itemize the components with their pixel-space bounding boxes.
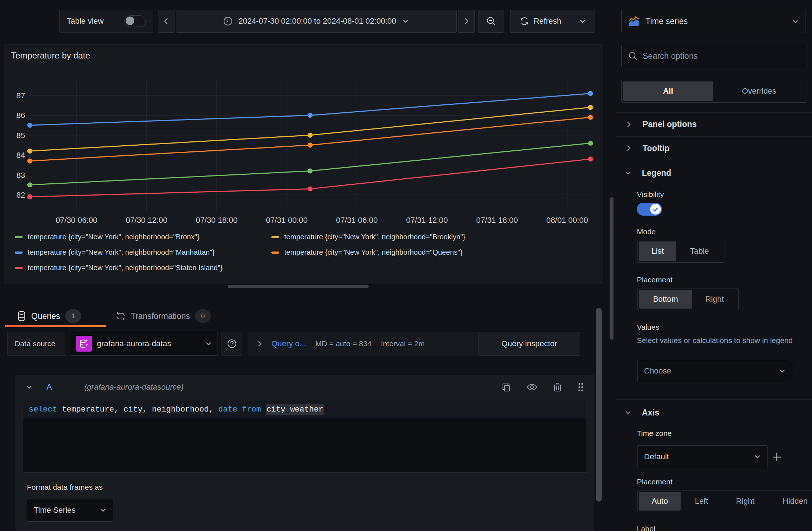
timezone-label: Time zone xyxy=(637,429,672,438)
max-data-points-text: MD = auto = 834 xyxy=(316,339,372,348)
time-range-picker[interactable]: 2024-07-30 02:00:00 to 2024-08-01 02:00:… xyxy=(176,10,457,33)
delete-query-trash-icon[interactable] xyxy=(553,382,562,392)
values-label: Values xyxy=(637,323,659,332)
table-view-toggle[interactable] xyxy=(124,15,146,27)
values-placeholder: Choose xyxy=(644,366,671,376)
svg-text:08/01 00:00: 08/01 00:00 xyxy=(546,216,588,225)
section-title: Tooltip xyxy=(643,144,669,153)
panel-title: Temperature by date xyxy=(11,51,90,61)
table-view-control: Table view xyxy=(59,10,153,33)
legend-values-select[interactable]: Choose xyxy=(637,360,792,382)
section-title: Axis xyxy=(642,408,659,418)
sql-token: city_weather xyxy=(266,404,324,415)
query-options-link[interactable]: Query o... xyxy=(271,339,306,348)
section-axis[interactable]: Axis xyxy=(607,401,812,424)
refresh-button[interactable]: Refresh xyxy=(510,10,571,33)
query-inspector-button[interactable]: Query inspector xyxy=(479,332,580,356)
collapse-chevron-icon[interactable] xyxy=(25,385,33,390)
chart-legend: temperature {city="New York", neighborho… xyxy=(15,233,465,272)
database-icon xyxy=(17,311,26,321)
axis-placement-left[interactable]: Left xyxy=(681,492,722,511)
tab-transformations[interactable]: Transformations 0 xyxy=(116,309,211,323)
legend-item[interactable]: temperature {city="New York", neighborho… xyxy=(15,233,271,241)
axis-placement-right[interactable]: Right xyxy=(722,492,768,511)
sql-query-line[interactable]: select temperature, city, neighborhood, … xyxy=(23,401,587,418)
svg-text:86: 86 xyxy=(17,111,25,120)
timezone-select[interactable]: Default xyxy=(637,445,767,468)
query-editor-card: A (grafana-aurora-datasource) xyxy=(15,375,594,480)
section-tooltip[interactable]: Tooltip xyxy=(607,136,812,160)
mode-list-option[interactable]: List xyxy=(639,241,676,261)
time-series-viz-icon xyxy=(628,16,640,27)
chevron-down-icon xyxy=(100,508,106,513)
datasource-label-chip: Data source xyxy=(7,332,65,356)
sql-token xyxy=(261,405,266,414)
legend-item[interactable]: temperature {city="New York", neighborho… xyxy=(271,233,465,241)
chevron-down-icon xyxy=(625,170,632,175)
mode-table-option[interactable]: Table xyxy=(676,241,723,261)
tab-all[interactable]: All xyxy=(623,81,713,101)
visualization-picker[interactable]: Time series xyxy=(621,10,806,33)
legend-visibility-toggle[interactable] xyxy=(637,203,662,216)
svg-text:07/31 12:00: 07/31 12:00 xyxy=(406,216,448,225)
help-icon xyxy=(227,339,237,349)
sql-code-editor[interactable]: select temperature, city, neighborhood, … xyxy=(23,401,587,473)
section-legend[interactable]: Legend xyxy=(607,161,812,184)
svg-text:87: 87 xyxy=(17,91,25,100)
hide-response-eye-icon[interactable] xyxy=(527,383,537,391)
axis-placement-group: Auto Left Right Hidden xyxy=(637,490,812,512)
drag-handle-icon[interactable] xyxy=(578,382,584,392)
series-color-swatch xyxy=(15,252,23,254)
legend-item[interactable]: temperature {city="New York", neighborho… xyxy=(15,248,271,257)
svg-text:07/30 06:00: 07/30 06:00 xyxy=(56,216,97,225)
format-select[interactable]: Time Series xyxy=(27,499,113,522)
refresh-interval-button[interactable] xyxy=(571,10,594,33)
horizontal-scrollbar[interactable] xyxy=(228,285,369,288)
time-range-forward-button[interactable] xyxy=(458,10,475,33)
search-options-input[interactable]: Search options xyxy=(621,45,807,67)
axis-placement-hidden[interactable]: Hidden xyxy=(768,492,812,511)
chevron-right-icon xyxy=(626,145,631,152)
chevron-down-icon xyxy=(205,342,212,346)
section-title: Legend xyxy=(642,168,671,178)
svg-text:07/31 18:00: 07/31 18:00 xyxy=(476,216,518,225)
chart-panel: Temperature by date 82838485868707/30 06… xyxy=(4,44,603,284)
vertical-scrollbar[interactable] xyxy=(596,308,602,502)
chevron-down-icon xyxy=(579,19,586,24)
sidebar-scrollbar[interactable] xyxy=(610,197,613,340)
chevron-right-icon xyxy=(626,121,631,128)
legend-item[interactable]: temperature {city="New York", neighborho… xyxy=(15,264,271,272)
legend-label: temperature {city="New York", neighborho… xyxy=(28,248,215,257)
svg-text:07/30 18:00: 07/30 18:00 xyxy=(196,216,238,225)
duplicate-query-icon[interactable] xyxy=(501,382,511,392)
options-filter-tabs: All Overrides xyxy=(621,80,807,103)
add-timezone-plus-icon[interactable] xyxy=(769,449,785,465)
legend-item[interactable]: temperature {city="New York", neighborho… xyxy=(271,248,465,257)
viz-type-label: Time series xyxy=(645,17,688,26)
chevron-down-icon xyxy=(625,410,632,415)
time-range-back-button[interactable] xyxy=(158,10,174,33)
values-description: Select values or calculations to show in… xyxy=(637,335,809,346)
tab-overrides[interactable]: Overrides xyxy=(713,81,805,101)
clock-icon xyxy=(223,17,233,26)
sql-token: from xyxy=(242,405,261,414)
legend-mode-group: List Table xyxy=(637,240,724,263)
placement-bottom-option[interactable]: Bottom xyxy=(639,290,692,309)
legend-placement-group: Bottom Right xyxy=(637,288,739,310)
axis-placement-label: Placement xyxy=(637,478,672,486)
placement-right-option[interactable]: Right xyxy=(692,290,737,309)
options-sidebar: Time series Search options All Overrides xyxy=(607,0,812,531)
time-series-chart[interactable]: 82838485868707/30 06:0007/30 12:0007/30 … xyxy=(4,79,603,230)
zoom-out-button[interactable] xyxy=(478,10,504,33)
mode-label: Mode xyxy=(637,227,656,236)
tab-queries[interactable]: Queries 1 xyxy=(17,309,81,323)
axis-placement-auto[interactable]: Auto xyxy=(639,492,681,511)
toggle-check-icon xyxy=(650,204,661,215)
sql-token: temperature, city, neighborhood, xyxy=(57,405,218,414)
series-color-swatch xyxy=(271,236,279,238)
datasource-picker[interactable]: grafana-aurora-datas xyxy=(70,332,218,356)
section-panel-options[interactable]: Panel options xyxy=(607,112,812,136)
datasource-help-button[interactable] xyxy=(221,332,242,356)
query-ref-id[interactable]: A xyxy=(46,382,52,392)
refresh-label: Refresh xyxy=(533,17,561,26)
